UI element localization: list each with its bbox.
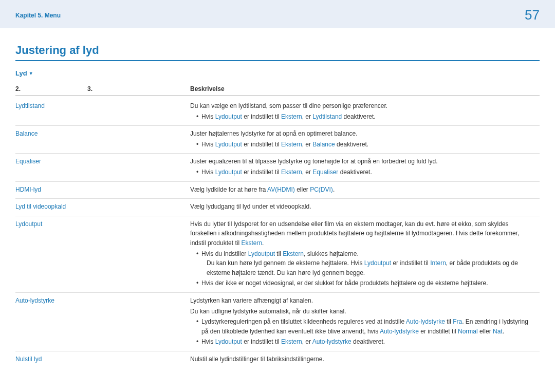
chevron-down-icon: ▼ <box>29 71 33 76</box>
page-header: Kapitel 5. Menu 57 <box>0 0 555 28</box>
row-balance: Balance Juster højtalernes lydstyrke for… <box>15 126 540 154</box>
row-label: Auto-lydstyrke <box>15 292 87 351</box>
row-hdmi-lyd: HDMI-lyd Vælg lydkilde for at høre fra A… <box>15 181 540 199</box>
row-label: Nulstil lyd <box>15 351 87 368</box>
page-number: 57 <box>525 7 540 23</box>
desc-text: Vælg lydudgang til lyd under et videoopk… <box>190 202 535 212</box>
content-area: Justering af lyd Lyd ▼ 2. 3. Beskrivelse… <box>0 28 555 368</box>
row-label: HDMI-lyd <box>15 181 87 199</box>
desc-text: Lydstyrken kan variere afhængigt af kana… <box>190 296 535 306</box>
row-label: Lydoutput <box>15 216 87 292</box>
bullet: Hvis Lydoutput er indstillet til Ekstern… <box>196 167 535 177</box>
row-label: Equaliser <box>15 154 87 181</box>
bullet: Lydstyrkereguleringen på en tilsluttet k… <box>196 317 535 336</box>
desc-text: Hvis du lytter til lydsporet for en udse… <box>190 219 535 248</box>
row-label: Lydtilstand <box>15 96 87 126</box>
row-label: Balance <box>15 126 87 154</box>
desc-text: Nulstil alle lydindstillinger til fabrik… <box>190 354 535 364</box>
settings-table: 2. 3. Beskrivelse Lydtilstand Du kan væl… <box>15 83 540 368</box>
row-label: Lyd til videoopkald <box>15 199 87 216</box>
breadcrumb: Kapitel 5. Menu <box>15 12 61 19</box>
row-lyd-videoopkald: Lyd til videoopkald Vælg lydudgang til l… <box>15 199 540 216</box>
row-equaliser: Equaliser Juster equalizeren til at tilp… <box>15 154 540 181</box>
row-auto-lydstyrke: Auto-lydstyrke Lydstyrken kan variere af… <box>15 292 540 351</box>
bullet: Hvis du indstiller Lydoutput til Ekstern… <box>196 249 535 278</box>
row-nulstil-lyd: Nulstil lyd Nulstil alle lydindstillinge… <box>15 351 540 368</box>
section-header: Lyd ▼ <box>15 69 33 77</box>
section-label: Lyd <box>15 69 27 77</box>
desc-text: Vælg lydkilde for at høre fra AV(HDMI) e… <box>190 185 535 195</box>
row-lydtilstand: Lydtilstand Du kan vælge en lydtilstand,… <box>15 96 540 126</box>
col-header-3: 3. <box>87 83 190 96</box>
desc-text: Du kan vælge en lydtilstand, som passer … <box>190 101 535 111</box>
bullet: Hvis Lydoutput er indstillet til Ekstern… <box>196 112 535 122</box>
bullet: Hvis Lydoutput er indstillet til Ekstern… <box>196 337 535 347</box>
desc-text: Juster højtalernes lydstyrke for at opnå… <box>190 129 535 139</box>
sub-text: Du kan kun høre lyd gennem de eksterne h… <box>201 258 535 277</box>
bullet: Hvis der ikke er noget videosignal, er d… <box>196 278 535 288</box>
col-header-2: 2. <box>15 83 87 96</box>
desc-text: Du kan udligne lydstyrke automatisk, når… <box>190 307 535 316</box>
bullet: Hvis Lydoutput er indstillet til Ekstern… <box>196 140 535 150</box>
col-header-desc: Beskrivelse <box>190 83 540 96</box>
desc-text: Juster equalizeren til at tilpasse lydst… <box>190 157 535 166</box>
row-lydoutput: Lydoutput Hvis du lytter til lydsporet f… <box>15 216 540 292</box>
page-title: Justering af lyd <box>15 44 540 61</box>
